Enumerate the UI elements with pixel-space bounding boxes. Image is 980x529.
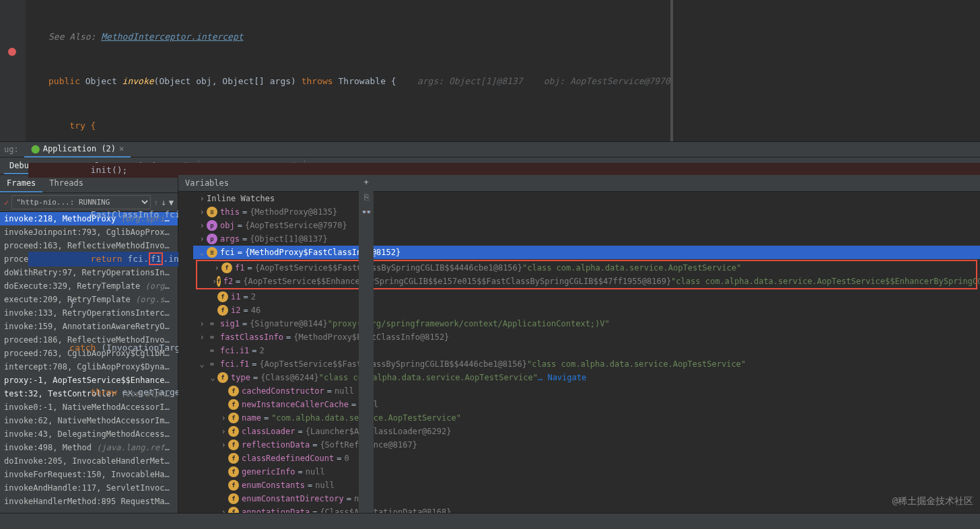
var-node[interactable]: ›fname= "com.alpha.data.service.AopTestS… [193, 411, 980, 425]
breakpoint-icon[interactable] [8, 48, 16, 56]
var-node[interactable]: ›∞fastClassInfo={MethodProxy$FastClassIn… [193, 330, 980, 344]
variables-title: Variables [185, 178, 229, 188]
var-node[interactable]: ›ff2={AopTestService$$EnhancerBySpringCG… [197, 275, 976, 288]
stack-frame[interactable]: invoke:43, DelegatingMethodAccessorImpl [0, 427, 178, 441]
stack-frame[interactable]: invoke:498, Method (java.lang.reflect) [0, 441, 178, 454]
code-editor[interactable]: See Also: MethodInterceptor.intercept pu… [0, 0, 980, 141]
stack-frame[interactable]: invokeAndHandle:117, ServletInvocableHan [0, 481, 178, 495]
var-node[interactable]: ›≡this={MethodProxy@8135} [193, 205, 980, 219]
code-line: try { [28, 118, 980, 133]
stack-frame[interactable]: doInvoke:205, InvocableHandlerMethod (o [0, 454, 178, 468]
var-node[interactable]: fgenericInfo=null [193, 465, 980, 479]
copy-icon[interactable]: ⎘ [364, 192, 369, 202]
var-node[interactable]: ›pargs={Object[1]@8137} [193, 232, 980, 246]
add-watch-icon[interactable]: + [363, 178, 368, 187]
var-node[interactable]: fenumConstants=null [193, 479, 980, 492]
ug-label: ug: [4, 145, 19, 154]
code-line: See Also: MethodInterceptor.intercept [28, 30, 980, 44]
vars-side-tools: + ⎘ 👓 [359, 175, 374, 513]
var-node[interactable]: ›fannotationData={Class$AnnotationData@8… [193, 505, 980, 513]
red-highlight-box: ›ff1={AopTestService$$FastClassBySpringC… [196, 260, 977, 289]
redbox-f1: f1 [149, 252, 164, 265]
var-node[interactable]: ›∞sig1={Signature@8144} "proxy(Lorg/spri… [193, 317, 980, 330]
var-node[interactable]: ⌄≡fci={MethodProxy$FastClassInfo@8152} [193, 246, 980, 259]
var-node[interactable]: ⌄∞fci.f1={AopTestService$$FastClassBySpr… [193, 357, 980, 371]
var-node[interactable]: ›fclassLoader={Launcher$AppClassLoader@6… [193, 425, 980, 438]
stack-frame[interactable]: invokeForRequest:150, InvocableHandlerM [0, 468, 178, 481]
var-node[interactable]: fenumConstantDirectory=null [193, 492, 980, 505]
var-node[interactable]: fclassRedefinedCount=0 [193, 452, 980, 465]
check-icon: ✓ [4, 198, 9, 207]
var-node[interactable]: ∞fci.i1=2 [193, 344, 980, 357]
var-node[interactable]: fcachedConstructor=null [193, 384, 980, 398]
var-node[interactable]: fi2=46 [193, 304, 980, 317]
variables-panel: + ⎘ 👓 Variables ›Inline Watches›≡this={M… [178, 175, 980, 513]
var-node[interactable]: ›ff1={AopTestService$$FastClassBySpringC… [197, 261, 976, 275]
code-line: public Object invoke(Object obj, Object[… [28, 74, 980, 89]
status-bar [0, 513, 980, 529]
var-node[interactable]: ⌄ftype={Class@6244} "class com.alpha.dat… [193, 371, 980, 384]
var-node[interactable]: fi1=2 [193, 290, 980, 304]
var-node[interactable]: ›freflectionData={SoftReference@8167} [193, 438, 980, 452]
var-node[interactable]: fnewInstanceCallerCache=null [193, 398, 980, 411]
variables-tree[interactable]: ›Inline Watches›≡this={MethodProxy@8135}… [193, 192, 980, 513]
stack-frame[interactable]: invokeHandlerMethod:895 RequestMappin [0, 495, 178, 508]
glasses-icon[interactable]: 👓 [361, 207, 372, 217]
var-node[interactable]: ›pobj={AopTestService@7970} [193, 219, 980, 232]
var-label: ›Inline Watches [193, 192, 980, 205]
editor-gutter [0, 0, 26, 141]
watermark: @稀土掘金技术社区 [893, 495, 973, 507]
